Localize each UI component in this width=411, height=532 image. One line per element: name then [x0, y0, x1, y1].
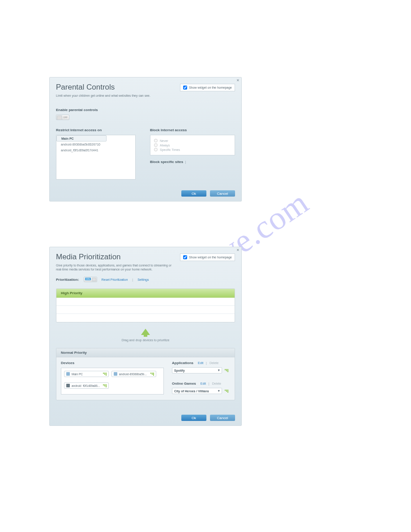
high-priority-slot[interactable]	[56, 314, 235, 322]
device-list[interactable]: Main PC android-89368ba5b0026710 android…	[56, 135, 136, 180]
block-access-label: Block Internet access	[150, 128, 235, 132]
phone-icon	[66, 384, 70, 387]
cancel-button[interactable]: Cancel	[210, 190, 235, 197]
media-prioritization-panel: ✕ Media Prioritization Give priority to …	[49, 247, 242, 426]
cancel-button[interactable]: Cancel	[210, 415, 235, 421]
reset-prioritization-link[interactable]: Reset Prioritization	[102, 278, 128, 281]
drag-hint: Drag and drop devices to prioritize	[56, 329, 235, 342]
list-item[interactable]: android-89368ba5b0026710	[56, 142, 135, 147]
games-edit-link[interactable]: Edit	[201, 382, 206, 385]
list-item[interactable]: android_f0f1d09a0f17d441	[56, 147, 135, 153]
high-priority-box: High Priority	[56, 288, 235, 322]
high-priority-header: High Priority	[56, 289, 235, 298]
games-delete-link[interactable]: Delete	[212, 382, 221, 385]
block-option-never[interactable]: Never	[154, 139, 231, 142]
parental-controls-panel: ✕ Parental Controls Limit when your chil…	[49, 77, 242, 202]
restrict-label: Restrict Internet access on	[56, 128, 136, 132]
show-widget-toggle[interactable]: Show widget on the homepage	[180, 84, 235, 91]
block-sites-label: Block specific sites|	[150, 160, 235, 164]
block-access-box: Never Always Specific Times	[150, 135, 235, 155]
signal-bars-icon	[103, 373, 107, 376]
close-icon[interactable]: ✕	[236, 248, 240, 252]
application-select[interactable]: Spotify ▾	[172, 367, 222, 373]
drag-hint-text: Drag and drop devices to prioritize	[56, 339, 235, 342]
prioritization-toggle[interactable]: ON	[84, 277, 97, 282]
devices-box: Main PC android-89368ba5b... android_f0f	[61, 368, 164, 395]
toggle-off-text: OFF	[63, 116, 68, 119]
ok-button[interactable]: Ok	[181, 190, 206, 197]
applications-label: Applications	[172, 361, 193, 365]
game-select[interactable]: City of Heroes / Villians ▾	[172, 388, 222, 394]
show-widget-toggle[interactable]: Show widget on the homepage	[180, 253, 235, 261]
show-widget-checkbox[interactable]	[183, 255, 187, 259]
show-widget-label: Show widget on the homepage	[189, 86, 232, 89]
radio-always[interactable]	[154, 143, 158, 147]
enable-toggle[interactable]: OFF	[56, 115, 69, 120]
block-option-always[interactable]: Always	[154, 143, 231, 147]
pc-icon	[66, 372, 70, 376]
signal-bars-icon	[225, 369, 228, 372]
close-icon[interactable]: ✕	[236, 78, 240, 82]
chevron-down-icon: ▾	[218, 369, 220, 372]
devices-label: Devices	[61, 361, 164, 365]
chevron-down-icon: ▾	[218, 389, 220, 393]
device-chip[interactable]: android_f0f1d09a86...	[64, 382, 109, 389]
page-subtitle: Give priority to those devices, applicat…	[56, 263, 177, 271]
device-chip[interactable]: Main PC	[64, 371, 109, 377]
signal-bars-icon	[225, 390, 228, 393]
device-chip[interactable]: android-89368ba5b...	[111, 371, 156, 377]
ok-button[interactable]: Ok	[181, 415, 206, 421]
applications-delete-link[interactable]: Delete	[210, 361, 218, 365]
toggle-on-text: ON	[85, 278, 91, 280]
normal-priority-header: Normal Priority	[56, 348, 235, 357]
enable-label: Enable parental controls	[56, 108, 235, 112]
pc-icon	[114, 372, 117, 376]
high-priority-slot[interactable]	[56, 306, 235, 314]
show-widget-checkbox[interactable]	[183, 86, 187, 90]
list-item[interactable]: Main PC	[56, 135, 107, 142]
high-priority-slot[interactable]	[56, 298, 235, 306]
signal-bars-icon	[103, 384, 107, 387]
settings-link[interactable]: Settings	[137, 278, 149, 281]
radio-never[interactable]	[154, 139, 158, 142]
prioritization-label: Prioritization:	[56, 278, 79, 282]
signal-bars-icon	[150, 373, 154, 376]
normal-priority-box: Normal Priority Devices Main PC	[56, 348, 235, 400]
show-widget-label: Show widget on the homepage	[189, 256, 232, 259]
online-games-label: Online Games	[172, 382, 196, 386]
page-subtitle: Limit when your children get online and …	[56, 94, 177, 98]
applications-edit-link[interactable]: Edit	[198, 361, 203, 365]
radio-specific[interactable]	[154, 148, 158, 151]
block-option-specific[interactable]: Specific Times	[154, 148, 231, 151]
